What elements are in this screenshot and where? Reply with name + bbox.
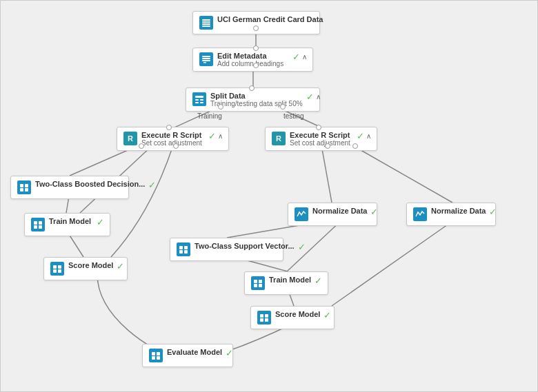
svg-rect-11 — [195, 102, 199, 103]
port-execr1-bottom-right[interactable] — [173, 143, 179, 149]
port-metadata-top[interactable] — [253, 45, 259, 51]
port-split-right-bottom[interactable] — [280, 104, 286, 110]
svg-rect-20 — [39, 225, 42, 229]
node-icon-metadata — [199, 52, 214, 67]
svg-rect-0 — [202, 19, 210, 21]
node-score-model2-title: Score Model — [275, 310, 320, 318]
svg-rect-32 — [259, 284, 262, 287]
node-normalize1[interactable]: Normalize Data ✓ — [288, 203, 377, 226]
check-icon-normalize2: ✓ — [489, 207, 497, 217]
check-icon-evaluate: ✓ — [226, 348, 233, 358]
svg-rect-30 — [259, 280, 262, 283]
svg-rect-10 — [200, 99, 203, 101]
node-split-title: Split Data — [210, 92, 303, 100]
label-training: Training — [197, 112, 222, 120]
caret-icon-exec-r2[interactable]: ∧ — [366, 132, 371, 140]
svg-rect-21 — [179, 246, 183, 249]
node-score-model2[interactable]: Score Model ✓ — [250, 306, 335, 329]
node-normalize1-title: Normalize Data — [312, 207, 367, 215]
node-icon-train1 — [30, 217, 46, 232]
caret-icon-exec-r1[interactable]: ∧ — [218, 132, 223, 140]
node-icon-uci — [199, 15, 214, 30]
node-metadata-title: Edit Metadata — [217, 52, 289, 60]
svg-rect-26 — [58, 265, 61, 269]
node-evaluate-title: Evaluate Model — [167, 348, 222, 356]
port-split-top[interactable] — [249, 85, 255, 91]
svg-rect-12 — [200, 102, 203, 103]
svg-rect-28 — [58, 269, 61, 273]
node-exec-r1-title: Execute R Script — [141, 131, 205, 139]
node-icon-exec-r1: R — [123, 131, 138, 146]
port-execr1-top[interactable] — [166, 125, 172, 130]
node-icon-normalize1 — [294, 207, 309, 222]
node-exec-r2[interactable]: R Execute R Script Set cost adjustment ✓… — [265, 127, 377, 151]
svg-rect-27 — [53, 269, 57, 273]
node-two-class-boosted[interactable]: Two-Class Boosted Decision... ✓ — [10, 176, 129, 199]
node-icon-score1 — [50, 261, 65, 276]
svg-rect-16 — [25, 188, 28, 192]
node-train-model2[interactable]: Train Model ✓ — [244, 271, 328, 295]
svg-rect-25 — [53, 265, 57, 269]
svg-rect-39 — [152, 356, 155, 360]
node-metadata[interactable]: Edit Metadata Add column headings ✓ ∧ — [192, 48, 313, 72]
svg-rect-13 — [20, 184, 23, 187]
node-icon-normalize2 — [412, 207, 428, 222]
node-uci-title: UCI German Credit Card Data — [217, 15, 323, 23]
svg-rect-8 — [195, 96, 203, 98]
node-train-model1-title: Train Model — [49, 217, 93, 225]
port-execr2-bottom-right[interactable] — [352, 143, 358, 149]
node-score-model1[interactable]: Score Model ✓ — [43, 257, 128, 280]
check-icon-metadata: ✓ — [292, 52, 300, 62]
node-icon-split — [192, 92, 207, 107]
node-normalize2-title: Normalize Data — [431, 207, 486, 215]
port-uci-bottom[interactable] — [253, 25, 259, 31]
svg-rect-35 — [260, 318, 263, 322]
node-score-model1-title: Score Model — [68, 261, 113, 269]
node-icon-score2 — [257, 310, 272, 325]
check-icon-score1: ✓ — [117, 261, 124, 271]
svg-rect-29 — [254, 280, 257, 283]
node-split-subtitle: Training/testing data split 50% — [210, 100, 303, 107]
svg-rect-15 — [20, 188, 23, 192]
svg-rect-38 — [157, 352, 160, 355]
port-execr2-top[interactable] — [316, 125, 321, 130]
caret-icon-metadata[interactable]: ∧ — [302, 53, 307, 61]
svg-rect-3 — [202, 25, 210, 27]
node-evaluate[interactable]: Evaluate Model ✓ — [142, 344, 233, 367]
svg-rect-18 — [39, 221, 42, 225]
node-train-model1[interactable]: Train Model ✓ — [24, 213, 110, 236]
svg-rect-6 — [202, 60, 210, 61]
workflow-canvas: UCI German Credit Card Data Edit Metadat… — [0, 0, 538, 392]
svg-rect-23 — [179, 250, 183, 254]
node-icon-exec-r2: R — [271, 131, 286, 146]
svg-rect-19 — [34, 225, 37, 229]
check-icon-boosted: ✓ — [148, 180, 156, 190]
caret-icon-split[interactable]: ∧ — [316, 93, 321, 101]
node-icon-two-class-boosted — [17, 180, 32, 195]
check-icon-normalize1: ✓ — [370, 207, 378, 217]
port-execr2-bottom-left[interactable] — [325, 143, 330, 149]
check-icon-score2: ✓ — [323, 310, 331, 320]
check-icon-exec-r1: ✓ — [208, 131, 216, 141]
node-svm-title: Two-Class Support Vector... — [195, 242, 295, 250]
svg-rect-24 — [184, 250, 188, 254]
node-split[interactable]: Split Data Training/testing data split 5… — [186, 87, 320, 112]
check-icon-exec-r2: ✓ — [357, 131, 364, 141]
node-exec-r2-title: Execute R Script — [290, 131, 353, 139]
svg-rect-34 — [265, 314, 268, 318]
check-icon-train1: ✓ — [97, 217, 104, 227]
node-icon-train2 — [250, 276, 266, 291]
check-icon-split: ✓ — [306, 92, 314, 102]
label-testing: testing — [283, 112, 303, 120]
node-two-class-boosted-title: Two-Class Boosted Decision... — [35, 180, 145, 188]
svg-rect-9 — [195, 99, 199, 101]
svg-rect-33 — [260, 314, 263, 318]
node-icon-evaluate — [148, 348, 163, 363]
svg-rect-14 — [25, 184, 28, 187]
port-split-left-bottom[interactable] — [218, 104, 223, 110]
port-metadata-bottom[interactable] — [253, 63, 259, 68]
port-execr1-bottom-left[interactable] — [139, 143, 144, 149]
node-two-class-svm[interactable]: Two-Class Support Vector... ✓ — [170, 238, 283, 261]
svg-rect-7 — [203, 62, 206, 63]
node-normalize2[interactable]: Normalize Data ✓ — [406, 203, 496, 226]
